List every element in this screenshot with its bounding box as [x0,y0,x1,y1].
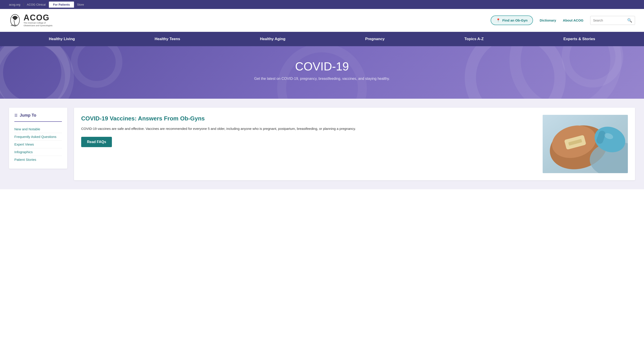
sidebar-link-infographics[interactable]: Infographics [14,148,62,156]
header: ACOG ACOG The American College of Obstet… [0,9,644,32]
search-box: 🔍 [590,16,635,25]
sidebar-title: Jump To [20,113,36,118]
logo-area[interactable]: ACOG ACOG The American College of Obstet… [9,13,52,28]
acog-logo-icon: ACOG [9,13,21,28]
sidebar-title-area: ☰ Jump To [14,113,62,122]
sidebar-link-expert-views[interactable]: Expert Views [14,140,62,148]
article-image [543,115,628,173]
nav-topics-az[interactable]: Topics A-Z [460,32,488,46]
topbar-link-patients[interactable]: For Patients [49,2,74,8]
header-nav: 📍 Find an Ob-Gyn Dictionary About ACOG 🔍 [490,16,635,25]
sidebar-link-faq[interactable]: Frequently Asked Questions [14,133,62,140]
article-body: COVID-19 vaccines are safe and effective… [81,126,536,132]
nav-experts-stories[interactable]: Experts & Stories [559,32,600,46]
main-nav: Healthy Living Healthy Teens Healthy Agi… [0,32,644,46]
topbar-link-store[interactable]: Store [74,3,87,6]
find-obgyn-button[interactable]: 📍 Find an Ob-Gyn [490,16,533,25]
svg-point-6 [282,48,362,99]
article-title: COVID-19 Vaccines: Answers From Ob-Gyns [81,115,536,122]
hero-section: COVID-19 Get the latest on COVID-19, pre… [0,46,644,99]
hamburger-icon: ☰ [14,113,18,118]
search-input[interactable] [593,18,626,22]
article-text: COVID-19 Vaccines: Answers From Ob-Gyns … [81,115,536,147]
article-card: COVID-19 Vaccines: Answers From Ob-Gyns … [81,115,628,173]
nav-pregnancy[interactable]: Pregnancy [360,32,389,46]
topbar-link-acog[interactable]: acog.org [9,3,24,6]
about-link[interactable]: About ACOG [563,18,584,22]
topbar-link-clinical[interactable]: ACOG Clinical [24,3,49,6]
vaccine-image-svg [543,115,628,173]
nav-healthy-aging[interactable]: Healthy Aging [256,32,290,46]
logo-subtitle: The American College of Obstetricians an… [24,22,52,27]
logo-acog-text: ACOG [24,14,52,22]
top-bar: acog.org ACOG Clinical For Patients Stor… [0,0,644,9]
nav-healthy-teens[interactable]: Healthy Teens [150,32,185,46]
sidebar-link-patient-stories[interactable]: Patient Stories [14,156,62,163]
sidebar: ☰ Jump To New and Notable Frequently Ask… [9,108,67,169]
pin-icon: 📍 [496,18,500,22]
nav-healthy-living[interactable]: Healthy Living [44,32,80,46]
logo-text: ACOG The American College of Obstetricia… [24,14,52,27]
hero-subtitle: Get the latest on COVID-19, pregnancy, b… [9,77,635,81]
content-area: ☰ Jump To New and Notable Frequently Ask… [0,99,644,189]
search-icon[interactable]: 🔍 [627,18,632,23]
svg-text:ACOG: ACOG [11,24,17,26]
dictionary-link[interactable]: Dictionary [540,18,556,22]
sidebar-link-new-notable[interactable]: New and Notable [14,125,62,133]
hero-title: COVID-19 [9,60,635,73]
main-content: COVID-19 Vaccines: Answers From Ob-Gyns … [74,108,635,180]
read-faqs-button[interactable]: Read FAQs [81,137,112,147]
